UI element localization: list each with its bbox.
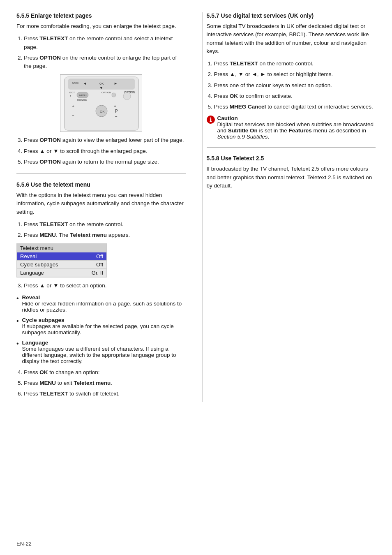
svg-text:▼: ▼ <box>69 95 71 97</box>
svg-text:OK: OK <box>99 82 104 85</box>
language-label: Language <box>20 270 44 276</box>
caution-text: Digital text services are blocked when s… <box>217 121 374 140</box>
language-text: Some languages use a different set of ch… <box>22 346 176 364</box>
section-divider <box>16 173 186 174</box>
step-item: Press TELETEXT to switch off teletext. <box>24 390 186 398</box>
step-item: Press ▲, ▼ or ◄, ► to select or highligh… <box>214 70 376 79</box>
reveal-value: Off <box>96 253 103 259</box>
svg-text:EXIT: EXIT <box>69 91 75 94</box>
option-bold: OPTION <box>39 159 61 165</box>
teletext-bold: TELETEXT <box>39 221 68 227</box>
caution-icon: ℹ <box>207 116 215 124</box>
step-item: Press OPTION again to return to the norm… <box>24 158 186 166</box>
bullet-cycle: Cycle subpages If subpages are available… <box>16 317 186 335</box>
teletext-menu-box: Teletext menu Reveal Off Cycle subpages … <box>16 243 107 278</box>
svg-text:P: P <box>115 109 118 113</box>
reveal-label: Reveal <box>20 253 37 259</box>
svg-text:OPTION: OPTION <box>101 91 111 94</box>
left-column: 5.5.5 Enlarge teletext pages For more co… <box>16 12 190 402</box>
teletext-menu-bold: Teletext menu <box>74 380 111 386</box>
step-item: Press ▲ or ▼ to scroll through the enlar… <box>24 147 186 155</box>
svg-text:+: + <box>72 104 74 109</box>
option-bold: OPTION <box>39 137 61 143</box>
cycle-label: Cycle subpages <box>20 261 58 268</box>
svg-point-15 <box>123 92 131 100</box>
bullet-language: Language Some languages use a different … <box>16 340 186 364</box>
option-bold: OPTION <box>39 55 61 61</box>
teletext-menu-row-cycle: Cycle subpages Off <box>17 261 106 269</box>
features-bold: Features <box>289 127 312 134</box>
section-ref-italic: Section 5.9 Subtitles <box>217 134 268 140</box>
section-5-5-6-intro: With the options in the teletext menu yo… <box>16 191 186 216</box>
step-item: Press MENU to exit Teletext menu. <box>24 379 186 387</box>
section-divider-2 <box>207 147 376 148</box>
bullet-language-content: Language Some languages use a different … <box>22 340 186 364</box>
bullet-reveal-content: Reveal Hide or reveal hidden information… <box>22 294 186 313</box>
section-5-5-8-intro: If broadcasted by the TV channel, Telete… <box>207 165 376 190</box>
step-item: Press OPTION on the remote control to en… <box>24 54 186 71</box>
svg-text:▼: ▼ <box>99 86 103 90</box>
language-value: Gr. II <box>92 270 103 276</box>
section-5-5-6-heading: 5.5.6 Use the teletext menu <box>16 181 186 188</box>
teletext-bold: TELETEXT <box>39 391 68 397</box>
teletext-menu-bold: Teletext menu <box>70 232 107 238</box>
svg-point-14 <box>112 93 116 97</box>
teletext-menu-row-language: Language Gr. II <box>17 269 106 277</box>
svg-text:BROWSE: BROWSE <box>77 99 87 101</box>
section-5-5-7-steps: Press TELETEXT on the remote control. Pr… <box>214 60 376 111</box>
section-5-5-7-heading: 5.5.7 Use digital text services (UK only… <box>207 12 376 19</box>
caution-content: Caution Digital text services are blocke… <box>217 115 376 140</box>
step-item: Press MHEG Cancel to cancel digital text… <box>214 103 376 111</box>
svg-text:−: − <box>72 113 74 118</box>
ok-bold: OK <box>230 93 238 99</box>
remote-control-image: BACK ◄ OK ► ▼ EXIT ▼ OPTION OPTION MENU … <box>60 74 142 132</box>
section-5-5-8-heading: 5.5.8 Use Teletext 2.5 <box>207 155 376 162</box>
svg-text:BACK: BACK <box>72 82 78 84</box>
section-5-5-5-intro: For more comfortable reading, you can en… <box>16 22 186 30</box>
page-footer: EN-22 <box>16 541 32 547</box>
section-5-5-5-steps-cont: Press OPTION again to view the enlarged … <box>24 136 186 166</box>
language-title: Language <box>22 340 48 346</box>
bullet-reveal: Reveal Hide or reveal hidden information… <box>16 294 186 313</box>
teletext-bold: TELETEXT <box>39 35 68 42</box>
step-item: Press OK to confirm or activate. <box>214 92 376 100</box>
step-item: Press MENU. The Teletext menu appears. <box>24 231 186 239</box>
teletext-menu-header: Teletext menu <box>17 244 106 252</box>
menu-bold: MENU <box>39 380 56 386</box>
caution-box: ℹ Caution Digital text services are bloc… <box>207 115 376 140</box>
section-5-5-5-heading: 5.5.5 Enlarge teletext pages <box>16 12 186 19</box>
teletext-menu-row-reveal: Reveal Off <box>17 252 106 261</box>
reveal-title: Reveal <box>22 294 40 301</box>
cycle-value: Off <box>96 261 103 268</box>
svg-text:◄: ◄ <box>83 81 87 86</box>
svg-text:►: ► <box>114 81 118 86</box>
section-5-5-5-steps: Press TELETEXT on the remote control and… <box>24 35 186 70</box>
caution-title: Caution <box>217 115 238 121</box>
svg-text:+: + <box>114 104 116 109</box>
section-5-5-7-intro: Some digital TV broadcasters in UK offer… <box>207 22 376 56</box>
section-5-5-6-steps-cont: Press ▲ or ▼ to select an option. <box>24 282 186 290</box>
mheg-cancel-bold: MHEG Cancel <box>230 104 266 110</box>
svg-text:OK: OK <box>100 110 105 113</box>
right-column: 5.5.7 Use digital text services (UK only… <box>202 12 376 402</box>
menu-bold: MENU <box>39 232 56 238</box>
teletext-bold: TELETEXT <box>230 60 258 67</box>
step-item: Press OPTION again to view the enlarged … <box>24 136 186 144</box>
bullet-cycle-content: Cycle subpages If subpages are available… <box>22 317 186 335</box>
reveal-text: Hide or reveal hidden information on a p… <box>22 301 182 313</box>
subtitle-on-bold: Subtitle On <box>228 127 258 134</box>
step-item: Press TELETEXT on the remote control. <box>214 60 376 68</box>
cycle-text: If subpages are available for the select… <box>22 323 174 335</box>
ok-bold: OK <box>39 369 48 375</box>
section-5-5-6-steps: Press TELETEXT on the remote control. Pr… <box>24 220 186 240</box>
step-item: Press one of the colour keys to select a… <box>214 81 376 90</box>
step-item: Press TELETEXT on the remote control and… <box>24 35 186 51</box>
step-item: Press ▲ or ▼ to select an option. <box>24 282 186 290</box>
cycle-title: Cycle subpages <box>22 317 65 323</box>
svg-text:−: − <box>115 114 118 119</box>
svg-text:MENU: MENU <box>79 94 87 97</box>
step-item: Press OK to change an option: <box>24 368 186 377</box>
step-item: Press TELETEXT on the remote control. <box>24 220 186 229</box>
section-5-5-6-steps-end: Press OK to change an option: Press MENU… <box>24 368 186 398</box>
